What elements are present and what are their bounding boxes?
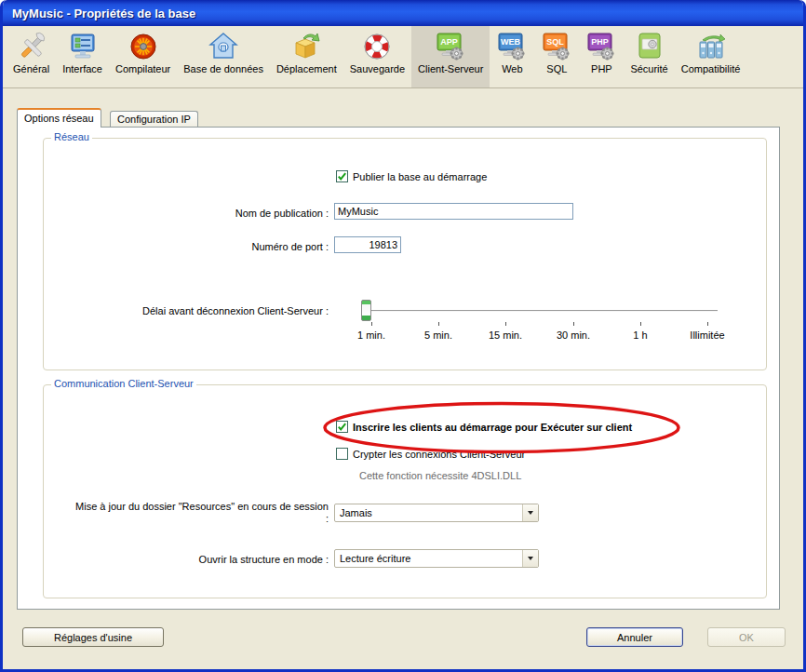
encrypt-connections-label: Crypter les connexions Client-Serveur bbox=[353, 449, 525, 460]
toolbar-item-label: Déplacement bbox=[276, 63, 337, 74]
resources-update-label-line1: Mise à jour du dossier "Resources" en co… bbox=[49, 501, 329, 512]
chevron-down-icon bbox=[528, 511, 533, 515]
toolbar: Général Interface bbox=[3, 26, 803, 88]
toolbar-item-label: SQL bbox=[546, 63, 567, 74]
network-groupbox-title: Réseau bbox=[51, 131, 92, 142]
structure-mode-label: Ouvrir la structure en mode : bbox=[49, 554, 329, 565]
compiler-wheel-icon bbox=[128, 31, 159, 62]
slider-tick bbox=[438, 322, 439, 326]
toolbar-item-compilateur[interactable]: Compilateur bbox=[109, 26, 177, 87]
slider-tick bbox=[505, 322, 506, 326]
timeout-slider-track[interactable] bbox=[366, 310, 718, 312]
publication-name-label: Nom de publication : bbox=[96, 208, 329, 219]
toolbar-item-php[interactable]: PHP PHP bbox=[579, 26, 624, 87]
toolbar-item-client-serveur[interactable]: APP Client-Serveur bbox=[411, 26, 490, 87]
slider-tick bbox=[640, 322, 641, 326]
toolbar-item-base-de-donnees[interactable]: Base de données bbox=[177, 26, 270, 87]
tab-configuration-ip[interactable]: Configuration IP bbox=[110, 111, 198, 128]
dsli-note: Cette fonction nécessite 4DSLI.DLL bbox=[359, 470, 521, 481]
publish-database-label: Publier la base au démarrage bbox=[353, 171, 487, 182]
client-server-app-icon: APP bbox=[435, 31, 466, 62]
svg-text:SQL: SQL bbox=[547, 37, 565, 47]
structure-mode-value: Lecture écriture bbox=[335, 553, 522, 564]
slider-tick-label: 1 min. bbox=[357, 329, 385, 341]
encrypt-connections-checkbox[interactable]: Crypter les connexions Client-Serveur bbox=[336, 448, 525, 460]
dropdown-button[interactable] bbox=[522, 550, 538, 567]
dropdown-button[interactable] bbox=[522, 504, 538, 521]
ok-button[interactable]: OK bbox=[707, 627, 786, 647]
tools-icon bbox=[16, 31, 47, 62]
chevron-down-icon bbox=[528, 557, 533, 560]
toolbar-item-interface[interactable]: Interface bbox=[56, 26, 109, 87]
publication-name-input[interactable] bbox=[334, 203, 573, 220]
slider-tick-label: Illimitée bbox=[690, 329, 724, 341]
tab-options-reseau[interactable]: Options réseau bbox=[17, 108, 101, 128]
tab-label: Options réseau bbox=[24, 113, 94, 124]
toolbar-item-label: Interface bbox=[62, 63, 102, 74]
checkbox-checked-icon[interactable] bbox=[336, 421, 348, 433]
resources-update-value: Jamais bbox=[335, 507, 522, 518]
toolbar-item-label: Général bbox=[13, 63, 49, 74]
backup-lifebuoy-icon bbox=[361, 31, 393, 62]
factory-settings-button[interactable]: Réglages d'usine bbox=[22, 627, 164, 647]
slider-tick-label: 5 min. bbox=[424, 329, 452, 341]
checkbox-checked-icon[interactable] bbox=[336, 170, 348, 182]
toolbar-item-label: Compatibilité bbox=[681, 63, 741, 74]
slider-tick-label: 30 min. bbox=[557, 329, 590, 341]
move-box-icon bbox=[290, 31, 322, 62]
timeout-slider-label: Délai avant déconnexion Client-Serveur : bbox=[49, 305, 329, 316]
toolbar-item-securite[interactable]: Sécurité bbox=[624, 26, 674, 87]
structure-mode-dropdown[interactable]: Lecture écriture bbox=[334, 549, 539, 568]
toolbar-item-compatibilite[interactable]: Compatibilité bbox=[675, 26, 747, 87]
port-number-input[interactable] bbox=[334, 236, 401, 253]
toolbar-item-sql[interactable]: SQL SQL bbox=[534, 26, 579, 87]
web-monitor-icon: WEB bbox=[496, 31, 528, 62]
toolbar-item-label: Sauvegarde bbox=[350, 63, 405, 74]
slider-tick-label: 15 min. bbox=[489, 329, 522, 341]
tab-panel-options-reseau: Réseau Publier la base au démarrage Nom … bbox=[17, 127, 780, 610]
titlebar[interactable]: MyMusic - Propriétés de la base bbox=[3, 0, 803, 26]
resources-update-dropdown[interactable]: Jamais bbox=[334, 504, 539, 522]
slider-tick bbox=[371, 322, 372, 326]
register-clients-checkbox[interactable]: Inscrire les clients au démarrage pour E… bbox=[336, 421, 632, 433]
toolbar-item-sauvegarde[interactable]: Sauvegarde bbox=[343, 26, 411, 87]
toolbar-item-general[interactable]: Général bbox=[7, 26, 56, 87]
toolbar-item-label: Compilateur bbox=[115, 63, 170, 74]
svg-text:WEB: WEB bbox=[501, 37, 520, 47]
svg-text:APP: APP bbox=[440, 37, 458, 47]
svg-text:PHP: PHP bbox=[592, 37, 610, 47]
interface-monitor-icon bbox=[67, 31, 99, 62]
communication-groupbox-title: Communication Client-Serveur bbox=[51, 378, 196, 389]
sql-monitor-icon: SQL bbox=[541, 31, 572, 62]
slider-tick-label: 1 h bbox=[633, 329, 647, 341]
toolbar-item-label: Sécurité bbox=[630, 63, 667, 74]
toolbar-item-deplacement[interactable]: Déplacement bbox=[270, 26, 343, 87]
port-number-label: Numéro de port : bbox=[96, 241, 329, 252]
tab-label: Configuration IP bbox=[117, 114, 191, 125]
dialog-content: Options réseau Configuration IP Réseau P… bbox=[3, 88, 803, 669]
toolbar-item-label: Base de données bbox=[183, 63, 263, 74]
slider-tick bbox=[707, 322, 708, 326]
register-clients-label: Inscrire les clients au démarrage pour E… bbox=[353, 422, 632, 433]
publish-database-checkbox[interactable]: Publier la base au démarrage bbox=[336, 170, 487, 182]
toolbar-item-web[interactable]: WEB Web bbox=[490, 26, 534, 87]
security-icon bbox=[634, 31, 665, 62]
slider-tick bbox=[573, 322, 574, 326]
properties-dialog: MyMusic - Propriétés de la base Général bbox=[0, 0, 806, 672]
cancel-button[interactable]: Annuler bbox=[586, 627, 683, 647]
php-monitor-icon: PHP bbox=[585, 31, 617, 62]
resources-update-label-line2: : bbox=[49, 513, 329, 524]
toolbar-item-label: Web bbox=[502, 63, 522, 74]
toolbar-item-label: PHP bbox=[591, 63, 612, 74]
toolbar-item-label: Client-Serveur bbox=[418, 63, 483, 74]
timeout-slider-thumb[interactable] bbox=[361, 300, 371, 321]
database-home-icon bbox=[208, 31, 239, 62]
compatibility-binders-icon bbox=[695, 31, 727, 62]
window-title: MyMusic - Propriétés de la base bbox=[12, 7, 195, 20]
checkbox-unchecked-icon[interactable] bbox=[336, 448, 348, 460]
